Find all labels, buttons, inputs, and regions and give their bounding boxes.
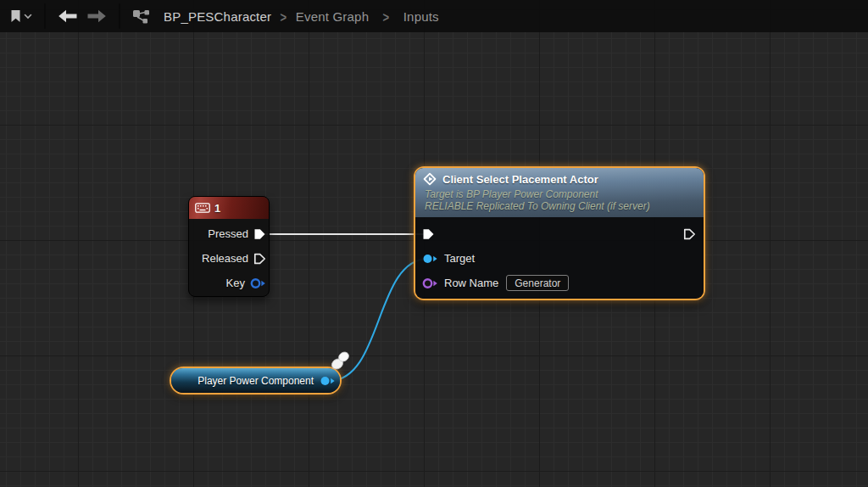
keyboard-icon — [195, 203, 210, 213]
blueprint-graph-editor: 1 Pressed Released Key — [0, 0, 868, 487]
object-pin-target[interactable] — [422, 253, 438, 265]
node-input-key-1[interactable]: 1 Pressed Released Key — [188, 196, 270, 297]
breadcrumb: BP_PESCharacter > Event Graph > Inputs — [164, 9, 439, 24]
row-name-input[interactable] — [506, 275, 569, 291]
key-node-header[interactable]: 1 — [189, 197, 269, 219]
pin-label-released: Released — [202, 252, 248, 265]
name-pin-row-name[interactable] — [422, 277, 438, 289]
toolbar-separator — [119, 3, 120, 29]
node-player-power-component[interactable]: Player Power Component — [170, 367, 342, 395]
breadcrumb-event-graph[interactable]: Event Graph — [296, 9, 369, 24]
bookmark-icon — [10, 9, 21, 23]
graph-hierarchy-icon — [132, 9, 150, 24]
exec-pin-pressed[interactable] — [253, 228, 266, 240]
toolbar-separator — [44, 3, 46, 29]
exec-pin-out[interactable] — [683, 228, 696, 240]
struct-pin-key[interactable] — [250, 277, 266, 289]
pin-row-released: Released — [189, 246, 269, 271]
row-name-pin-row: Row Name — [415, 271, 704, 295]
select-node-header[interactable]: Client Select Placement Actor Target is … — [415, 168, 704, 217]
back-button[interactable] — [58, 9, 78, 23]
select-node-subtitle-2: RELIABLE Replicated To Owning Client (if… — [425, 200, 695, 212]
variable-node-label: Player Power Component — [198, 375, 314, 387]
graph-toolbar: BP_PESCharacter > Event Graph > Inputs — [0, 0, 868, 32]
exec-pin-in[interactable] — [422, 228, 435, 240]
pin-label-pressed: Pressed — [208, 227, 248, 240]
select-node-title: Client Select Placement Actor — [442, 173, 598, 186]
pin-label-target: Target — [444, 252, 475, 265]
forward-arrow-icon — [86, 9, 107, 23]
graph-hierarchy-button[interactable] — [132, 9, 150, 24]
breadcrumb-separator: > — [275, 8, 292, 25]
exec-pin-row — [415, 221, 704, 246]
object-pin-variable-out[interactable] — [320, 375, 336, 387]
target-pin-row: Target — [415, 246, 704, 271]
back-arrow-icon — [58, 9, 78, 23]
pin-row-key: Key — [189, 271, 269, 295]
select-node-subtitle-1: Target is BP Player Power Component — [425, 188, 695, 200]
breadcrumb-separator: > — [373, 8, 400, 25]
chevron-down-icon — [24, 14, 32, 20]
breadcrumb-inputs[interactable]: Inputs — [403, 9, 439, 24]
pin-label-key: Key — [226, 277, 245, 289]
event-diamond-icon — [423, 172, 437, 186]
pin-row-pressed: Pressed — [189, 221, 269, 246]
bookmarks-button[interactable] — [10, 9, 32, 23]
breadcrumb-root[interactable]: BP_PESCharacter — [164, 9, 271, 24]
node-client-select-placement-actor[interactable]: Client Select Placement Actor Target is … — [414, 166, 705, 300]
key-node-title: 1 — [214, 202, 220, 215]
forward-button[interactable] — [86, 9, 107, 23]
pin-label-row-name: Row Name — [444, 277, 498, 289]
exec-pin-released[interactable] — [253, 253, 266, 265]
